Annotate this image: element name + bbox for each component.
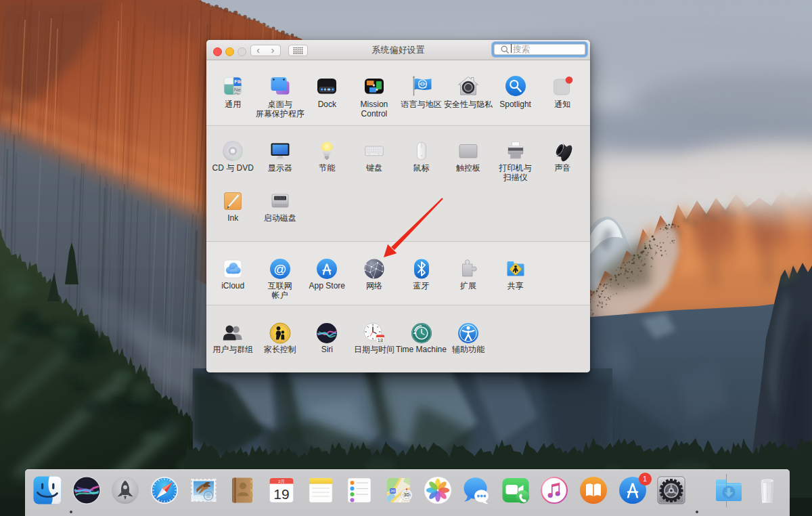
svg-text:@: @ [273, 262, 286, 276]
svg-text:280: 280 [390, 490, 396, 493]
svg-text:3D: 3D [404, 492, 410, 497]
svg-text:19: 19 [273, 486, 289, 502]
svg-text:File: File [234, 79, 243, 85]
svg-text:18: 18 [378, 337, 383, 343]
svg-text:Op: Op [234, 91, 242, 98]
svg-text:2月: 2月 [278, 479, 284, 484]
